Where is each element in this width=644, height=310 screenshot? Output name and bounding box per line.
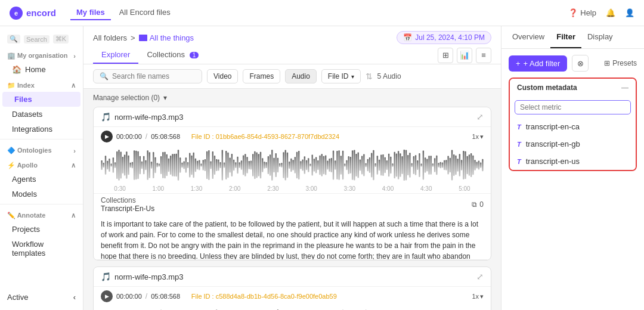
svg-rect-131	[352, 150, 353, 180]
help-icon: ❓	[568, 8, 578, 17]
notifications-icon[interactable]: 🔔	[606, 8, 615, 17]
svg-rect-3	[107, 161, 108, 170]
svg-rect-67	[229, 158, 230, 173]
speed-control[interactable]: 1x ▾	[472, 133, 484, 141]
svg-rect-191	[467, 156, 468, 175]
svg-rect-58	[212, 151, 213, 179]
presets-button[interactable]: ⊞ Presets	[604, 59, 637, 67]
close-metadata-icon[interactable]: —	[621, 83, 628, 92]
rpanel-tab-display[interactable]: Display	[581, 26, 619, 48]
svg-rect-106	[304, 156, 305, 173]
filter-audio[interactable]: Audio	[285, 69, 317, 83]
svg-rect-125	[340, 156, 342, 174]
nav-tab-my-files[interactable]: My files	[70, 5, 111, 20]
play-button-2[interactable]: ▶	[101, 290, 113, 302]
logo[interactable]: e encord	[10, 7, 56, 20]
table-view-icon[interactable]: ⊞	[438, 48, 453, 63]
metric-search-box[interactable]	[515, 100, 631, 114]
sidebar-item-models[interactable]: Models	[0, 187, 83, 202]
sidebar-item-integrations[interactable]: Integrations	[0, 122, 83, 137]
waveform-ruler: 0:30 1:00 1:30 2:00 2:30 3:00 3:30 4:00 …	[94, 184, 491, 194]
search-input[interactable]	[112, 72, 196, 80]
svg-rect-34	[166, 154, 168, 176]
search-icon: 🔍	[7, 35, 20, 44]
svg-rect-135	[360, 160, 361, 171]
custom-metadata-header: Custom metadata —	[510, 79, 636, 97]
search-box-icon: 🔍	[100, 72, 109, 80]
chevron-right-icon2: ›	[73, 147, 76, 154]
metric-option-transcript-en-ca[interactable]: T transcript-en-ca	[510, 118, 636, 135]
chart-view-icon[interactable]: 📊	[457, 48, 472, 63]
tab-collections[interactable]: Collections 1	[138, 46, 207, 64]
svg-rect-99	[290, 159, 292, 172]
collections-row: Collections Transcript-En-Us ⧉ 0	[94, 194, 491, 215]
svg-rect-126	[342, 151, 343, 179]
svg-rect-187	[459, 154, 460, 176]
svg-rect-184	[453, 154, 454, 176]
svg-rect-113	[317, 160, 318, 170]
rpanel-tab-filter[interactable]: Filter	[550, 26, 581, 48]
waveform-display	[94, 146, 491, 184]
calendar-icon: 📅	[403, 33, 412, 42]
svg-rect-146	[380, 155, 382, 176]
svg-rect-101	[295, 157, 296, 173]
file-expand-icon-2[interactable]: ⤢	[476, 272, 484, 281]
svg-rect-148	[384, 157, 385, 173]
breadcrumb-all-folders[interactable]: All folders	[93, 33, 127, 42]
sidebar-item-datasets[interactable]: Datasets	[0, 107, 83, 122]
sidebar-item-workflow-templates[interactable]: Workflow templates	[0, 237, 83, 261]
metric-search-input[interactable]	[520, 103, 626, 111]
copy-icon[interactable]: ⧉	[472, 200, 477, 209]
svg-rect-43	[183, 161, 184, 169]
sidebar-item-apollo[interactable]: ⚡ Apollo ∧	[0, 159, 83, 172]
filter-video[interactable]: Video	[207, 69, 238, 83]
svg-rect-10	[120, 152, 122, 179]
sort-icon[interactable]: ⇅	[366, 72, 373, 81]
manage-selection-bar[interactable]: Manage selection (0) ▾	[93, 94, 491, 102]
play-button[interactable]: ▶	[101, 131, 113, 142]
help-link[interactable]: ❓ Help	[568, 8, 596, 17]
filter-frames[interactable]: Frames	[243, 69, 280, 83]
svg-rect-32	[162, 152, 163, 178]
nav-tab-all-encord-files[interactable]: All Encord files	[113, 5, 177, 20]
metric-option-transcript-en-gb[interactable]: T transcript-en-gb	[510, 135, 636, 153]
sidebar-item-home[interactable]: 🏠 Home	[0, 62, 83, 77]
svg-rect-194	[472, 156, 473, 175]
sidebar-item-agents[interactable]: Agents	[0, 172, 83, 187]
rpanel-tab-overview[interactable]: Overview	[506, 26, 550, 48]
sidebar-active-item[interactable]: Active ‹	[0, 289, 83, 305]
sidebar-item-files[interactable]: Files	[2, 92, 80, 107]
sidebar-item-ontologies[interactable]: 🔷 Ontologies ›	[0, 144, 83, 157]
svg-rect-143	[374, 163, 376, 167]
svg-rect-90	[273, 158, 274, 172]
svg-rect-155	[398, 151, 399, 179]
svg-rect-85	[264, 162, 265, 168]
sidebar-item-index[interactable]: 📁 Index ∧	[0, 79, 83, 92]
breadcrumb-current-folder[interactable]: All the things	[139, 33, 194, 42]
date-filter-pill[interactable]: 📅 Jul 25, 2024, 4:10 PM	[397, 31, 491, 44]
metric-option-transcript-en-us[interactable]: T transcript-en-us	[510, 153, 636, 170]
svg-rect-176	[438, 163, 439, 167]
filter-file-id-dropdown[interactable]: File ID ▾	[321, 69, 361, 83]
list-view-icon[interactable]: ≡	[476, 48, 491, 63]
add-filter-button[interactable]: + + Add filter	[509, 55, 567, 72]
file-expand-icon[interactable]: ⤢	[476, 112, 484, 122]
svg-rect-186	[457, 159, 458, 171]
user-avatar-icon[interactable]: 👤	[625, 8, 634, 17]
right-panel: Overview Filter Display + + Add filter ⊗…	[501, 26, 644, 310]
svg-rect-190	[465, 151, 466, 179]
svg-rect-26	[151, 162, 152, 168]
sidebar-item-my-organisation[interactable]: 🏢 My organisation ›	[0, 49, 83, 62]
sidebar-item-projects[interactable]: Projects	[0, 222, 83, 237]
metric-type-icon-us: T	[517, 158, 521, 165]
tab-explorer[interactable]: Explorer	[93, 46, 138, 64]
speed-control-2[interactable]: 1x ▾	[472, 293, 484, 300]
sidebar-item-annotate[interactable]: ✏️ Annotate ∧	[0, 209, 83, 222]
sidebar-search[interactable]: 🔍 Search ⌘K	[0, 31, 83, 47]
svg-rect-166	[419, 153, 420, 177]
svg-rect-87	[268, 156, 269, 174]
search-box[interactable]: 🔍	[93, 69, 202, 83]
filter-remove-icon[interactable]: ⊗	[572, 55, 589, 72]
svg-rect-193	[470, 153, 472, 177]
svg-rect-17	[134, 150, 135, 180]
